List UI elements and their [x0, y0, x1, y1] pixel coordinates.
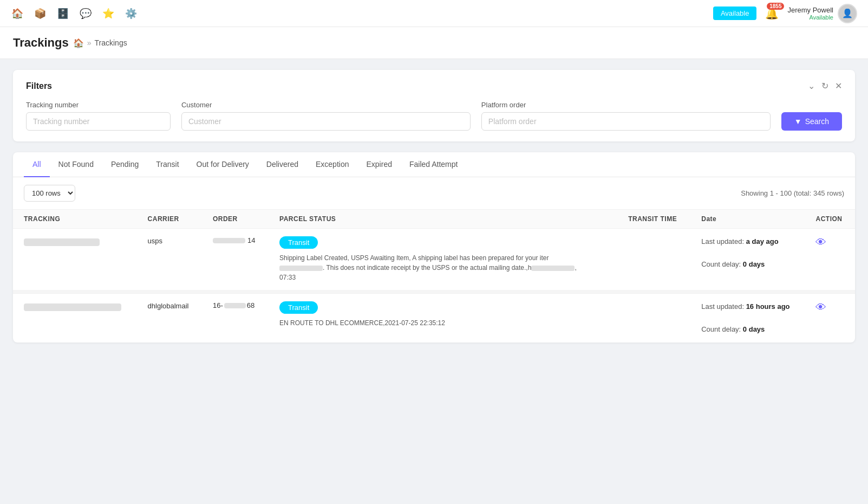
- main-content: Filters ⌄ ↻ ✕ Tracking number Customer P…: [0, 59, 868, 353]
- order-blur: [213, 238, 245, 243]
- notification-badge: 1855: [767, 3, 784, 10]
- notification-bell[interactable]: 🔔 1855: [765, 7, 779, 20]
- close-icon[interactable]: ✕: [835, 81, 842, 91]
- tracking-number-label: Tracking number: [26, 101, 171, 109]
- page-title: Trackings: [13, 36, 69, 50]
- tab-out-for-delivery[interactable]: Out for Delivery: [188, 152, 258, 177]
- tracking-cell: [13, 294, 137, 343]
- count-delay-val: 0 days: [743, 260, 765, 268]
- parcel-description: Shipping Label Created, USPS Awaiting It…: [279, 253, 593, 282]
- nav-right: Available 🔔 1855 Jeremy Powell Available…: [713, 4, 857, 23]
- tab-expired[interactable]: Expired: [357, 152, 400, 177]
- filters-fields: Tracking number Customer Platform order …: [26, 101, 842, 131]
- avatar: 👤: [838, 4, 857, 23]
- order-cell: 16- 68: [202, 294, 269, 343]
- user-area[interactable]: Jeremy Powell Available 👤: [787, 4, 857, 23]
- carrier-name: dhlglobalmail: [148, 302, 189, 310]
- platform-order-input[interactable]: [481, 112, 771, 131]
- col-parcel-status: PARCEL STATUS: [269, 210, 617, 229]
- customer-label: Customer: [181, 101, 471, 109]
- col-order: ORDER: [202, 210, 269, 229]
- platform-order-label: Platform order: [481, 101, 771, 109]
- carrier-cell: dhlglobalmail: [137, 294, 202, 343]
- parcel-description: EN ROUTE TO DHL ECOMMERCE,2021-07-25 22:…: [279, 318, 593, 328]
- platform-order-group: Platform order: [481, 101, 771, 131]
- order-number: 14: [247, 236, 255, 244]
- transit-time-cell: [617, 294, 690, 343]
- view-icon[interactable]: 👁: [815, 301, 826, 313]
- last-updated-val: 16 hours ago: [746, 302, 790, 311]
- col-carrier: CARRIER: [137, 210, 202, 229]
- nav-icons: 🏠 📦 🗄️ 💬 ⭐ ⚙️: [11, 7, 138, 20]
- filters-header: Filters ⌄ ↻ ✕: [26, 81, 842, 91]
- search-button-label: Search: [805, 117, 829, 126]
- status-button[interactable]: Available: [713, 7, 757, 20]
- carrier-cell: usps: [137, 229, 202, 292]
- col-transit-time: TRANSIT TIME: [617, 210, 690, 229]
- box-icon[interactable]: 📦: [34, 7, 47, 20]
- table-row: usps 14 Transit Shipping Label Created, …: [13, 229, 855, 292]
- col-tracking: TRACKING: [13, 210, 137, 229]
- tracking-number-input[interactable]: [26, 112, 171, 131]
- tabs-row: All Not Found Pending Transit Out for De…: [13, 152, 855, 177]
- customer-group: Customer: [181, 101, 471, 131]
- breadcrumb-current: Trackings: [95, 38, 127, 47]
- view-icon[interactable]: 👁: [815, 236, 826, 248]
- col-date: Date: [690, 210, 805, 229]
- action-cell: 👁: [805, 229, 855, 292]
- rows-select[interactable]: 100 rows: [24, 185, 75, 202]
- home-icon[interactable]: 🏠: [11, 7, 24, 20]
- date-cell: Last updated: 16 hours ago Count delay: …: [690, 294, 805, 343]
- table-section: All Not Found Pending Transit Out for De…: [13, 152, 855, 343]
- tab-all[interactable]: All: [24, 152, 50, 177]
- user-name: Jeremy Powell: [787, 6, 833, 14]
- table-header-row: TRACKING CARRIER ORDER PARCEL STATUS TRA…: [13, 210, 855, 229]
- breadcrumb-home-icon[interactable]: 🏠: [73, 38, 84, 48]
- comment-icon[interactable]: 💬: [79, 7, 92, 20]
- action-cell: 👁: [805, 294, 855, 343]
- date-info: Last updated: 16 hours ago Count delay: …: [701, 301, 794, 335]
- last-updated-val: a day ago: [746, 237, 779, 245]
- count-delay-val: 0 days: [743, 325, 765, 333]
- page-header: Trackings 🏠 » Trackings: [0, 27, 868, 59]
- tracking-cell: [13, 229, 137, 292]
- carrier-name: usps: [148, 237, 162, 245]
- tab-transit[interactable]: Transit: [147, 152, 187, 177]
- desc-blur-1: [279, 266, 323, 271]
- order-suffix: 68: [247, 301, 254, 309]
- col-action: ACTION: [805, 210, 855, 229]
- tracking-redacted: [24, 238, 100, 246]
- order-blur: [224, 303, 246, 308]
- filters-actions: ⌄ ↻ ✕: [808, 81, 842, 91]
- status-badge: Transit: [279, 236, 318, 249]
- date-info: Last updated: a day ago Count delay: 0 d…: [701, 236, 794, 270]
- tab-not-found[interactable]: Not Found: [50, 152, 102, 177]
- tab-failed-attempt[interactable]: Failed Attempt: [401, 152, 467, 177]
- filters-title: Filters: [26, 81, 52, 91]
- tab-exception[interactable]: Exception: [307, 152, 357, 177]
- user-info: Jeremy Powell Available: [787, 6, 833, 21]
- customer-input[interactable]: [181, 112, 471, 131]
- breadcrumb: 🏠 » Trackings: [73, 38, 127, 48]
- top-navigation: 🏠 📦 🗄️ 💬 ⭐ ⚙️ Available 🔔 1855 Jeremy Po…: [0, 0, 868, 27]
- archive-icon[interactable]: 🗄️: [56, 7, 69, 20]
- star-icon[interactable]: ⭐: [102, 7, 115, 20]
- collapse-icon[interactable]: ⌄: [808, 81, 815, 91]
- gear-icon[interactable]: ⚙️: [125, 7, 138, 20]
- showing-info: Showing 1 - 100 (total: 345 rows): [741, 189, 844, 197]
- parcel-status-cell: Transit Shipping Label Created, USPS Awa…: [269, 229, 617, 292]
- breadcrumb-separator: »: [87, 38, 92, 47]
- transit-time-cell: [617, 229, 690, 292]
- refresh-icon[interactable]: ↻: [821, 81, 828, 91]
- order-cell: 14: [202, 229, 269, 292]
- desc-blur-2: [531, 266, 575, 271]
- tab-delivered[interactable]: Delivered: [258, 152, 307, 177]
- search-button[interactable]: ▼ Search: [781, 112, 842, 131]
- filter-icon: ▼: [794, 117, 802, 126]
- table-controls: 100 rows Showing 1 - 100 (total: 345 row…: [13, 177, 855, 209]
- table-row: dhlglobalmail 16- 68 Transit EN ROUTE TO…: [13, 294, 855, 343]
- data-table: TRACKING CARRIER ORDER PARCEL STATUS TRA…: [13, 209, 855, 343]
- parcel-status-cell: Transit EN ROUTE TO DHL ECOMMERCE,2021-0…: [269, 294, 617, 343]
- tab-pending[interactable]: Pending: [102, 152, 147, 177]
- order-prefix: 16-: [213, 301, 223, 309]
